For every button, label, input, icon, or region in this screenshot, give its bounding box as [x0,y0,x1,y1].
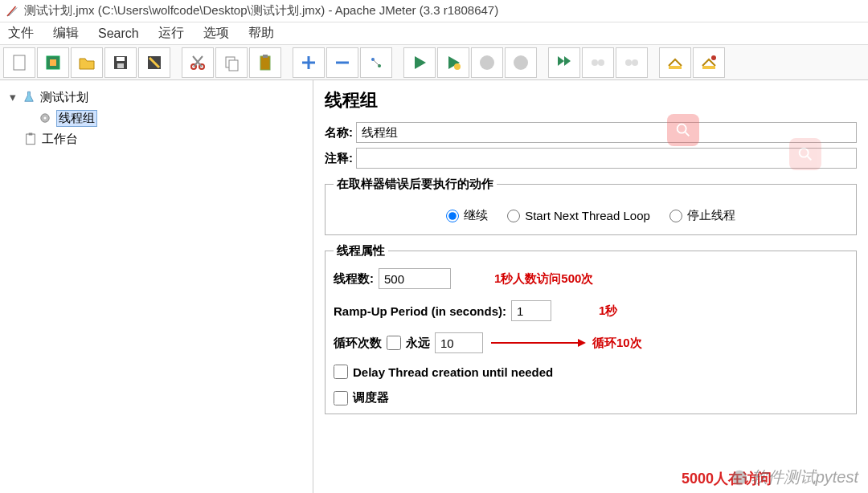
new-button[interactable] [3,47,35,78]
copy-button[interactable] [215,47,248,78]
shutdown-button[interactable] [505,47,537,78]
menubar: 文件 编辑 Search 运行 选项 帮助 [0,22,868,45]
input-name[interactable] [356,122,857,143]
row-delay: Delay Thread creation until needed [334,365,848,379]
clear-all-button[interactable] [693,47,725,78]
tree-row-testplan[interactable]: ▾ 测试计划 [5,87,308,108]
radio-stopthread[interactable] [669,210,682,222]
cut-button[interactable] [182,47,214,78]
label-ramp: Ramp-Up Period (in seconds): [334,304,506,318]
input-comment[interactable] [356,148,857,169]
templates-button[interactable] [37,47,69,78]
svg-point-26 [44,117,47,120]
label-name: 名称: [325,125,353,141]
start-button[interactable] [403,47,436,78]
svg-point-24 [711,55,716,60]
search-overlay-icon [667,114,699,146]
clipboard-icon [23,131,39,147]
tree-label-threadgroup: 线程组 [56,110,97,127]
save-button[interactable] [104,47,137,78]
app-icon [5,4,19,18]
tree-toggle-icon[interactable]: ▾ [8,90,18,104]
wechat-icon [731,469,748,487]
open-button[interactable] [71,47,103,78]
paste-button[interactable] [249,47,281,78]
label-delay: Delay Thread creation until needed [353,365,553,379]
input-ramp[interactable] [511,300,551,321]
legend-error-action: 在取样器错误后要执行的动作 [334,177,497,192]
checkbox-delay[interactable] [334,365,348,379]
tree-row-threadgroup[interactable]: 线程组 [5,108,308,128]
flask-icon [21,89,37,105]
svg-point-21 [632,59,638,66]
svg-rect-0 [14,55,25,70]
fieldset-thread-props: 线程属性 线程数: 1秒人数访问500次 Ramp-Up Period (in … [325,243,857,414]
menu-edit[interactable]: 编辑 [53,25,79,42]
tree-row-workbench[interactable]: 工作台 [5,128,308,149]
row-comment: 注释: [325,148,857,169]
svg-point-15 [454,63,461,70]
panel-heading: 线程组 [325,88,857,112]
tree-label-testplan: 测试计划 [40,90,88,105]
input-loop[interactable] [435,332,483,353]
svg-rect-28 [29,133,33,136]
svg-point-31 [800,149,809,157]
menu-run[interactable]: 运行 [158,25,184,42]
svg-point-16 [480,55,494,70]
menu-help[interactable]: 帮助 [248,25,274,42]
label-threads: 线程数: [334,271,374,287]
menu-options[interactable]: 选项 [203,25,229,42]
search-overlay-icon-2 [789,138,821,170]
svg-point-30 [678,124,686,133]
label-comment: 注释: [325,151,353,166]
svg-rect-12 [263,55,268,58]
label-loop: 循环次数 [334,336,382,351]
radio-stopthread-label[interactable]: 停止线程 [669,208,735,223]
start-no-pause-button[interactable] [437,47,469,78]
tree-panel: ▾ 测试计划 线程组 工作台 [0,80,313,493]
input-threads[interactable] [379,268,451,289]
checkbox-forever[interactable] [387,336,401,350]
svg-point-17 [514,55,528,70]
clear-button[interactable] [659,47,691,78]
radio-continue-label[interactable]: 继续 [446,208,488,223]
toggle-button[interactable] [360,47,392,78]
window-title: 测试计划.jmx (C:\Users\wolfcode\Desktop\测试计划… [24,3,498,18]
gear-icon [37,110,53,126]
toolbar [0,45,868,80]
note-ramp: 1秒 [599,304,617,319]
tree-label-workbench: 工作台 [42,132,78,147]
remote-stop-button[interactable] [582,47,614,78]
row-threads: 线程数: 1秒人数访问500次 [334,268,848,289]
expand-button[interactable] [293,47,325,78]
radio-startnext[interactable] [507,210,520,222]
remote-start-button[interactable] [548,47,580,78]
label-scheduler: 调度器 [353,390,389,405]
svg-point-20 [625,59,632,66]
thread-group-panel: 线程组 名称: 注释: 在取样器错误后要执行的动作 继续 Start Next … [313,80,868,493]
legend-thread-props: 线程属性 [334,243,388,259]
radio-startnext-label[interactable]: Start Next Thread Loop [507,209,650,222]
watermark: 软件测试pytest [731,467,858,488]
menu-search[interactable]: Search [98,26,139,41]
svg-rect-4 [117,57,125,61]
svg-rect-23 [702,66,715,69]
collapse-button[interactable] [326,47,358,78]
svg-point-18 [592,59,598,66]
note-threads: 1秒人数访问500次 [494,271,593,287]
main: ▾ 测试计划 线程组 工作台 线程组 名称: 注释: 在取样器错误后要执行的动作… [0,80,868,493]
row-name: 名称: [325,122,857,143]
stop-button[interactable] [471,47,503,78]
remote-shutdown-button[interactable] [616,47,648,78]
checkbox-scheduler[interactable] [334,391,348,405]
menu-file[interactable]: 文件 [8,25,34,42]
svg-rect-5 [117,63,124,68]
svg-point-19 [598,59,604,66]
save-as-button[interactable] [138,47,170,78]
fieldset-error-action: 在取样器错误后要执行的动作 继续 Start Next Thread Loop … [325,177,857,235]
svg-rect-11 [260,56,270,70]
arrow-icon [491,336,588,349]
radio-continue[interactable] [446,210,459,222]
row-scheduler: 调度器 [334,390,848,405]
titlebar: 测试计划.jmx (C:\Users\wolfcode\Desktop\测试计划… [0,0,868,22]
